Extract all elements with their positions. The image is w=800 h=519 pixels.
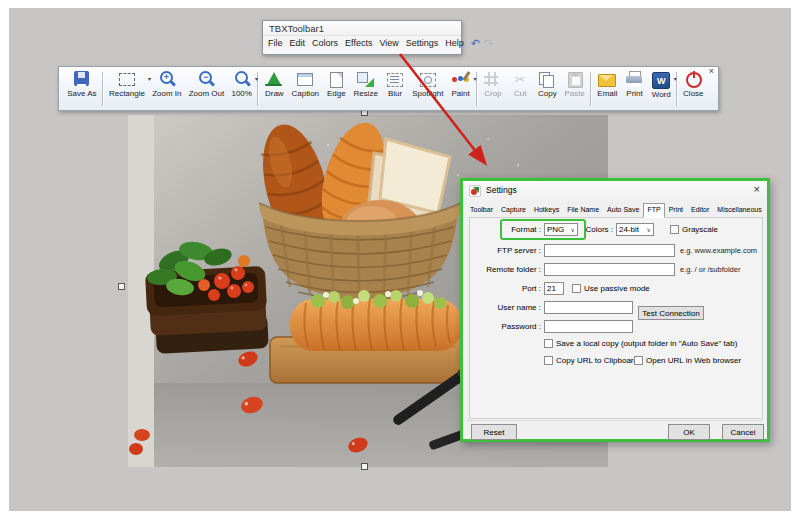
remote-folder-input[interactable] [544,263,675,276]
grayscale-label: Grayscale [682,225,718,234]
page-edge-icon [326,71,346,88]
tab-file-name[interactable]: File Name [563,203,603,216]
toolbar-button-zoom-out[interactable]: − Zoom Out [186,70,228,108]
toolbar-button-paste: Paste [562,70,588,108]
settings-dialog: Settings × Toolbar Capture Hotkeys File … [460,178,770,442]
toolbar-button-resize[interactable]: Resize [350,70,380,108]
menu-colors[interactable]: Colors [312,38,338,48]
copy-pages-icon [537,71,557,88]
menu-help[interactable]: Help [445,38,464,48]
main-toolbar: × Save As ▾ Rectangle + Zoom In − Zoom O… [58,66,719,111]
reset-button[interactable]: Reset [471,424,517,440]
power-icon [683,71,703,88]
remote-folder-label: Remote folder : [474,265,541,274]
colors-select[interactable]: 24-bit ∨ [616,223,654,236]
grayscale-checkbox[interactable] [670,225,679,234]
dropdown-arrow-icon[interactable]: ▾ [474,75,477,82]
redo-icon: ↷ [484,38,493,48]
dialog-titlebar[interactable]: Settings × [463,181,767,201]
menu-effects[interactable]: Effects [345,38,372,48]
tab-hotkeys[interactable]: Hotkeys [530,203,563,216]
copy-url-checkbox[interactable] [544,356,553,365]
tab-capture[interactable]: Capture [497,203,530,216]
username-input[interactable] [544,301,633,314]
toolbar-button-close[interactable]: Close [680,70,706,108]
password-input[interactable] [544,320,633,333]
toolbar-button-copy[interactable]: Copy [534,70,560,108]
toolbar-button-email[interactable]: Email [594,70,620,108]
screenshot-editor-app: TBXToolbar1 File Edit Colors Effects Vie… [0,0,800,519]
draw-pencil-icon [264,71,284,88]
cancel-button[interactable]: Cancel [722,424,764,440]
toolbar-separator [590,72,592,106]
toolbar-close-icon[interactable]: × [709,67,714,76]
save-local-label: Save a local copy (output folder in "Aut… [556,339,737,348]
toolbar-button-save-as[interactable]: Save As [64,70,99,108]
test-connection-button[interactable]: Test Connection [638,306,704,320]
colors-label: Colors : [580,225,613,234]
chevron-down-icon: ∨ [571,226,575,233]
format-select[interactable]: PNG ∨ [544,223,578,236]
tab-editor[interactable]: Editor [687,203,713,216]
blur-region-icon [385,71,405,88]
menu-view[interactable]: View [379,38,398,48]
footer-separator [467,420,763,421]
menu-edit[interactable]: Edit [290,38,306,48]
toolbar-button-paint[interactable]: ▾ Paint [448,70,474,108]
open-url-checkbox[interactable] [634,356,643,365]
settings-app-icon [469,185,481,197]
envelope-icon [597,71,617,88]
magnifier-icon [232,71,252,88]
ftp-server-input[interactable] [544,244,675,257]
tab-miscellaneous[interactable]: Miscellaneous [713,203,765,216]
dialog-close-icon[interactable]: × [754,183,760,195]
toolbar-button-blur[interactable]: Blur [382,70,408,108]
chevron-down-icon: ∨ [647,226,651,233]
remote-folder-hint: e.g. / or /subfolder [680,265,740,274]
menu-bar: File Edit Colors Effects View Settings H… [263,35,461,48]
caption-window-icon [295,71,315,88]
port-label: Port : [504,284,541,293]
toolbar-button-rectangle[interactable]: ▾ Rectangle [106,70,148,108]
resize-icon [356,71,376,88]
window-title[interactable]: TBXToolbar1 [263,21,461,35]
password-label: Password : [480,322,541,331]
undo-icon[interactable]: ↶ [471,38,480,48]
port-input[interactable] [544,282,564,295]
toolbar-window: TBXToolbar1 File Edit Colors Effects Vie… [262,20,462,55]
menu-file[interactable]: File [268,38,283,48]
username-label: User name : [480,303,541,312]
dropdown-arrow-icon[interactable]: ▾ [674,75,677,82]
ftp-server-hint: e.g. www.example.com [680,246,757,255]
selection-handle-left[interactable] [118,283,125,290]
toolbar-button-zoom-level[interactable]: ▾ 100% [228,70,254,108]
toolbar-button-caption[interactable]: Caption [288,70,322,108]
tab-toolbar[interactable]: Toolbar [466,203,497,216]
tab-ftp[interactable]: FTP [643,203,664,218]
toolbar-button-zoom-in[interactable]: + Zoom In [149,70,184,108]
dropdown-arrow-icon[interactable]: ▾ [255,75,258,82]
rectangle-select-icon [117,71,137,88]
toolbar-button-spotlight[interactable]: Spotlight [409,70,446,108]
selection-handle-bottom[interactable] [361,463,368,470]
settings-tab-strip: Toolbar Capture Hotkeys File Name Auto S… [463,201,767,216]
zoom-in-icon: + [157,71,177,88]
toolbar-button-edge[interactable]: Edge [323,70,349,108]
passive-mode-checkbox[interactable] [572,284,581,293]
toolbar-button-word[interactable]: W ▾ Word [649,70,674,108]
toolbar-button-print[interactable]: Print [622,70,648,108]
toolbar-button-draw[interactable]: Draw [261,70,287,108]
toolbar-button-crop: Crop [480,70,506,108]
word-document-icon: W [652,72,670,89]
ok-button[interactable]: OK [668,424,710,440]
clipboard-paste-icon [565,71,585,88]
copy-url-label: Copy URL to Clipboard [556,356,638,365]
ftp-tab-panel: Format : PNG ∨ Colors : 24-bit ∨ Graysca… [469,217,763,419]
floppy-disk-icon [72,71,92,88]
menu-settings[interactable]: Settings [406,38,439,48]
tab-print[interactable]: Print [665,203,687,216]
save-local-checkbox[interactable] [544,339,553,348]
scissors-icon: ✂ [510,71,530,88]
tab-auto-save[interactable]: Auto Save [603,203,643,216]
format-label: Format : [504,225,541,234]
